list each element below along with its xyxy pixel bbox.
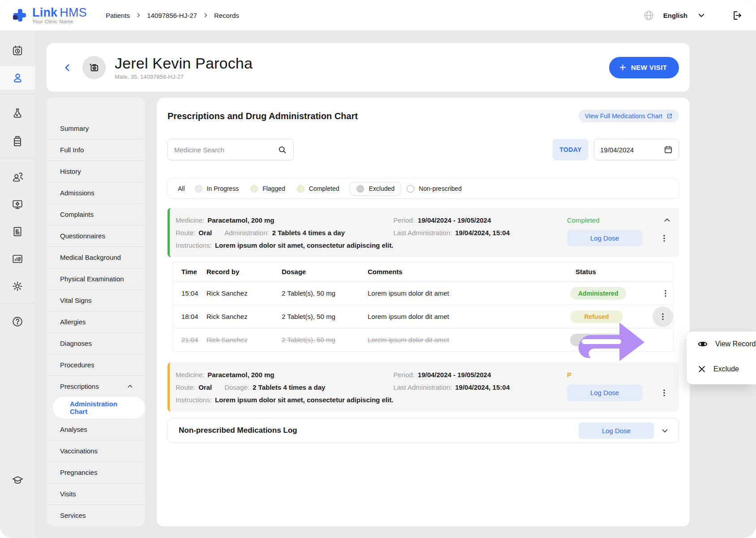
chevron-up-icon — [127, 383, 133, 390]
breadcrumb-patients[interactable]: Patients — [106, 12, 130, 19]
log-dose-button[interactable]: Log Dose — [579, 422, 654, 439]
rail-divider — [0, 94, 35, 95]
dose-row-refused: 18:04 Rick Sanchez 2 Tablet(s), 50 mg Lo… — [173, 305, 673, 328]
context-menu-exclude[interactable]: Exclude — [687, 357, 756, 382]
administration-chart-panel: Prescriptions and Drug Administration Ch… — [157, 98, 690, 526]
medication-card-completed: Medicine:Paracetamol, 200 mg Route:Oral … — [168, 208, 679, 257]
view-full-medications-chart-link[interactable]: View Full Medications Chart — [579, 110, 679, 122]
radio-icon — [407, 185, 414, 193]
nav-item-questionnaires[interactable]: Questionnaires — [47, 225, 145, 246]
new-visit-button[interactable]: NEW VISIT — [609, 57, 679, 78]
brand-name-primary: Link — [32, 6, 57, 19]
filter-non-prescribed[interactable]: Non-prescribed — [407, 185, 462, 193]
log-dose-button[interactable]: Log Dose — [567, 230, 642, 246]
filter-completed[interactable]: Completed — [297, 185, 339, 193]
kebab-menu-icon-open[interactable] — [653, 306, 673, 327]
nav-item-allergies[interactable]: Allergies — [47, 311, 145, 332]
logout-icon[interactable] — [731, 10, 743, 21]
learning-graduation-icon[interactable] — [0, 469, 35, 492]
billing-invoice-icon[interactable] — [0, 220, 35, 243]
calendar-icon — [664, 145, 673, 154]
dose-row-excluded: 21:04 Rick Sanchez 2 Tablet(s), 50 mg Lo… — [173, 328, 673, 352]
nav-item-history[interactable]: History — [47, 160, 145, 182]
external-link-icon — [666, 113, 673, 119]
chevron-down-icon[interactable] — [697, 11, 705, 19]
expand-chevron-down-icon[interactable] — [661, 427, 669, 435]
filter-in-progress[interactable]: In Progress — [195, 185, 239, 193]
search-icon[interactable] — [278, 145, 287, 155]
laboratory-flask-icon[interactable] — [0, 102, 35, 125]
screen: LinkHMS Your Clinic Name Patients 140978… — [0, 0, 756, 538]
kebab-menu-icon[interactable] — [657, 385, 672, 400]
medicine-name: Paracetamol, 200 mg — [207, 371, 274, 379]
dose-table-header: Time Record by Dosage Comments Status — [173, 262, 673, 282]
date-picker[interactable]: 19/04/2024 — [594, 139, 679, 160]
filter-excluded[interactable]: Excluded — [350, 182, 401, 196]
non-prescribed-title: Non-prescribed Medications Log — [179, 426, 297, 435]
nav-item-services[interactable]: Services — [47, 504, 145, 526]
icon-rail — [0, 30, 35, 538]
last-administration-value: 19/04/2024, 15:04 — [455, 383, 510, 391]
nav-item-prescriptions[interactable]: Prescriptions — [47, 375, 145, 397]
status-filter-bar: All In Progress Flagged Completed Exclud… — [168, 178, 679, 199]
filter-flagged[interactable]: Flagged — [250, 185, 285, 193]
nav-item-vital-signs[interactable]: Vital Signs — [47, 289, 145, 311]
app-logo: LinkHMS Your Clinic Name — [12, 7, 87, 24]
context-menu-view-record[interactable]: View Record — [687, 331, 756, 357]
staff-users-icon[interactable] — [0, 165, 35, 189]
breadcrumb-patient-id[interactable]: 14097856-HJ-27 — [147, 12, 197, 19]
nav-item-vaccinations[interactable]: Vaccinations — [47, 440, 145, 461]
nav-item-visits[interactable]: Visits — [47, 483, 145, 504]
nav-item-admissions[interactable]: Admissions — [47, 182, 145, 203]
brand-name-secondary: HMS — [60, 6, 87, 19]
collapse-chevron-up-icon[interactable] — [663, 216, 671, 224]
nav-item-procedures[interactable]: Procedures — [47, 354, 145, 375]
kebab-menu-icon[interactable] — [657, 231, 672, 246]
reports-chart-icon[interactable] — [0, 247, 35, 271]
pharmacy-bottle-icon[interactable] — [0, 129, 35, 153]
filter-all[interactable]: All — [178, 185, 185, 192]
period-value: 19/04/2024 - 19/05/2024 — [418, 371, 491, 379]
workstation-monitor-icon[interactable] — [0, 193, 35, 216]
logo-cross-icon — [12, 7, 28, 23]
instructions-value: Lorem ipsum dolor sit amet, consectetur … — [215, 396, 393, 404]
brand-tagline: Your Clinic Name — [32, 19, 87, 24]
app-window: LinkHMS Your Clinic Name Patients 140978… — [0, 0, 756, 538]
nav-item-full-info[interactable]: Full Info — [47, 139, 145, 160]
chevron-right-icon — [135, 12, 142, 18]
nav-item-summary[interactable]: Summary — [47, 117, 145, 139]
settings-gear-icon[interactable] — [0, 275, 35, 298]
globe-icon — [643, 10, 654, 21]
nav-item-analyses[interactable]: Analyses — [47, 418, 145, 440]
eye-icon — [697, 339, 708, 349]
today-button[interactable]: TODAY — [553, 139, 588, 160]
patient-avatar-upload[interactable] — [82, 56, 106, 79]
nav-item-physical-examination[interactable]: Physical Examination — [47, 268, 145, 289]
route-value: Oral — [198, 229, 212, 237]
nav-item-pregnancies[interactable]: Pregnancies — [47, 461, 145, 483]
date-value: 19/04/2024 — [600, 146, 634, 154]
kebab-menu-icon[interactable] — [658, 286, 673, 301]
chevron-right-icon — [202, 12, 209, 18]
radio-icon — [297, 185, 305, 193]
help-icon[interactable] — [0, 310, 35, 333]
nav-item-medical-background[interactable]: Medical Background — [47, 246, 145, 268]
nav-item-complaints[interactable]: Complaints — [47, 203, 145, 225]
appointments-calendar-icon[interactable] — [0, 39, 35, 62]
medication-card-pending: Medicine:Paracetamol, 200 mg Route:Oral … — [168, 362, 679, 412]
log-dose-button[interactable]: Log Dose — [567, 384, 642, 401]
rail-divider — [0, 158, 35, 158]
medicine-search-input[interactable] — [174, 146, 278, 154]
rail-divider — [0, 303, 35, 303]
patients-icon[interactable] — [0, 66, 35, 90]
page-title: Prescriptions and Drug Administration Ch… — [168, 111, 358, 121]
language-selector[interactable]: English — [663, 12, 687, 19]
nav-item-administration-chart[interactable]: Administration Chart — [53, 397, 145, 418]
back-button[interactable] — [63, 63, 73, 73]
route-value: Oral — [198, 383, 212, 391]
nav-item-diagnoses[interactable]: Diagnoses — [47, 332, 145, 354]
breadcrumb-records[interactable]: Records — [214, 12, 239, 19]
administration-value: 2 Tablets 4 times a day — [272, 229, 344, 237]
non-prescribed-section: Non-prescribed Medications Log Log Dose — [168, 418, 679, 443]
x-icon — [697, 365, 706, 374]
